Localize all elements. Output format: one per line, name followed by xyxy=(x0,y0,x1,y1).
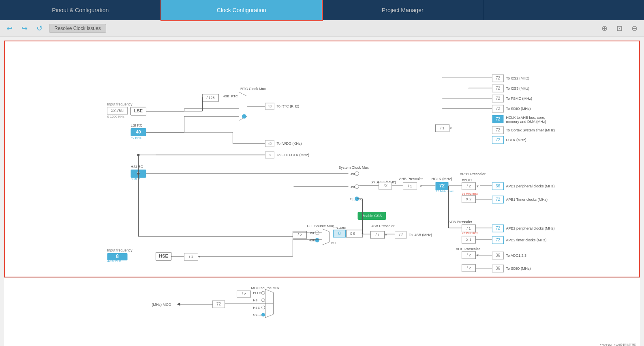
svg-text:▼: ▼ xyxy=(419,185,423,188)
svg-text:/ 2: / 2 xyxy=(242,292,246,296)
svg-text:32.768: 32.768 xyxy=(111,108,124,113)
svg-rect-86 xyxy=(462,225,476,232)
svg-rect-108 xyxy=(462,264,476,272)
svg-text:APB2 timer clocks (MHz): APB2 timer clocks (MHz) xyxy=(506,238,547,242)
svg-text:▼: ▼ xyxy=(449,127,453,130)
svg-rect-54 xyxy=(379,182,392,189)
svg-point-152 xyxy=(315,238,319,242)
svg-point-46 xyxy=(355,172,359,176)
tab-extra[interactable] xyxy=(484,0,644,20)
svg-rect-137 xyxy=(436,125,449,132)
svg-text:72: 72 xyxy=(383,183,388,188)
fit-button[interactable]: ⊡ xyxy=(614,23,625,34)
undo-button[interactable]: ↩ xyxy=(4,23,15,34)
svg-text:72: 72 xyxy=(496,117,501,121)
svg-rect-75 xyxy=(492,183,504,190)
redo-button[interactable]: ↪ xyxy=(19,23,30,34)
svg-text:To SDIO (MHz): To SDIO (MHz) xyxy=(506,107,531,111)
svg-text:8 MHz: 8 MHz xyxy=(131,177,140,181)
svg-text:72: 72 xyxy=(496,76,501,80)
svg-text:/ 1: / 1 xyxy=(189,255,193,259)
svg-text:System Clock Mux: System Clock Mux xyxy=(338,165,369,170)
svg-rect-209 xyxy=(213,301,225,308)
svg-rect-111 xyxy=(492,265,504,272)
zoom-out-button[interactable]: ⊖ xyxy=(629,23,640,34)
svg-text:PCLK1: PCLK1 xyxy=(462,178,473,182)
svg-text:/ 2: / 2 xyxy=(466,253,471,257)
tab-pinout[interactable]: Pinout & Configuration xyxy=(0,0,161,20)
svg-rect-156 xyxy=(334,230,346,237)
svg-text:SYSCLK: SYSCLK xyxy=(253,313,266,317)
svg-rect-19 xyxy=(265,103,274,110)
svg-text:40: 40 xyxy=(267,142,272,146)
svg-rect-7 xyxy=(131,128,146,136)
svg-text:▼: ▼ xyxy=(476,254,479,257)
svg-text:To I2S3 (MHz): To I2S3 (MHz) xyxy=(506,86,530,90)
clock-diagram: Input frequency 32.768 0-1000 KHz LSE LS… xyxy=(9,45,635,273)
svg-text:72: 72 xyxy=(216,302,221,306)
svg-text:72: 72 xyxy=(496,96,501,101)
svg-rect-174 xyxy=(156,252,171,260)
lower-svg: MCO source Mux / 2 PLLCLK HSI HSE SYSCLK xyxy=(8,282,636,346)
svg-text:PCLK2: PCLK2 xyxy=(462,220,473,224)
svg-text:To RTC (KHz): To RTC (KHz) xyxy=(277,104,300,108)
svg-rect-187 xyxy=(358,212,386,220)
svg-marker-60 xyxy=(417,183,419,190)
svg-rect-69 xyxy=(462,183,476,190)
resolve-clock-button[interactable]: Resolve Clock Issues xyxy=(49,24,106,33)
svg-rect-1 xyxy=(107,107,128,114)
svg-text:36: 36 xyxy=(496,253,501,258)
svg-text:8: 8 xyxy=(269,153,271,157)
svg-text:X 2: X 2 xyxy=(466,197,472,201)
watermark: CSDN @桥桥噪雨 xyxy=(600,343,636,346)
zoom-in-button[interactable]: ⊕ xyxy=(599,23,610,34)
tab-project[interactable]: Project Manager xyxy=(322,0,484,20)
svg-text:72: 72 xyxy=(496,106,501,111)
svg-point-204 xyxy=(262,306,265,309)
svg-text:HSI: HSI xyxy=(309,231,314,235)
svg-text:APB2 peripheral clocks (MHz): APB2 peripheral clocks (MHz) xyxy=(506,226,555,230)
svg-rect-121 xyxy=(492,85,504,92)
svg-text:/ 1: / 1 xyxy=(408,184,412,188)
svg-point-206 xyxy=(262,313,265,316)
svg-rect-11 xyxy=(203,94,219,101)
svg-text:To Cortex System timer (MHz): To Cortex System timer (MHz) xyxy=(506,128,555,132)
svg-text:8: 8 xyxy=(137,171,139,176)
svg-rect-32 xyxy=(265,140,274,147)
svg-text:SYSCLK (MHz): SYSCLK (MHz) xyxy=(371,180,396,184)
svg-point-200 xyxy=(262,291,265,294)
svg-text:HSE: HSE xyxy=(159,254,168,258)
svg-rect-143 xyxy=(492,136,504,144)
svg-text:40: 40 xyxy=(267,104,272,108)
svg-text:/ 2: / 2 xyxy=(297,233,302,237)
svg-text:72: 72 xyxy=(496,226,501,230)
svg-text:HSE: HSE xyxy=(309,239,315,242)
svg-text:LSE: LSE xyxy=(134,108,143,113)
svg-text:40 KHz: 40 KHz xyxy=(131,136,141,140)
svg-text:72: 72 xyxy=(496,138,501,142)
svg-text:36 MHz max: 36 MHz max xyxy=(462,192,478,195)
svg-rect-163 xyxy=(371,231,385,239)
svg-text:▼: ▼ xyxy=(385,233,388,237)
svg-text:Enable CSS: Enable CSS xyxy=(362,214,382,218)
svg-text:APB1 Timer clocks (MHz): APB1 Timer clocks (MHz) xyxy=(506,198,548,202)
svg-rect-91 xyxy=(492,225,504,232)
svg-text:LSI RC: LSI RC xyxy=(131,123,143,127)
svg-text:(MHz) MCO: (MHz) MCO xyxy=(152,303,171,307)
svg-rect-130 xyxy=(492,105,504,112)
svg-rect-94 xyxy=(462,236,476,243)
svg-text:AHB Prescaler: AHB Prescaler xyxy=(399,177,423,181)
svg-text:HSI: HSI xyxy=(253,299,259,302)
svg-rect-197 xyxy=(237,291,251,297)
refresh-button[interactable]: ↺ xyxy=(34,23,45,34)
svg-text:PLLCLK: PLLCLK xyxy=(253,291,265,295)
svg-text:72 MHz max: 72 MHz max xyxy=(462,232,478,234)
svg-text:0-1000 KHz: 0-1000 KHz xyxy=(107,115,124,118)
svg-point-192 xyxy=(137,172,140,175)
svg-text:HCLK (MHz): HCLK (MHz) xyxy=(432,177,452,181)
tab-clock[interactable]: Clock Configuration xyxy=(161,0,323,20)
svg-rect-101 xyxy=(462,251,476,259)
svg-text:APB1 peripheral clocks (MHz): APB1 peripheral clocks (MHz) xyxy=(506,184,555,188)
svg-text:To IWDG (KHz): To IWDG (KHz) xyxy=(277,142,302,146)
svg-text:36: 36 xyxy=(496,266,501,271)
